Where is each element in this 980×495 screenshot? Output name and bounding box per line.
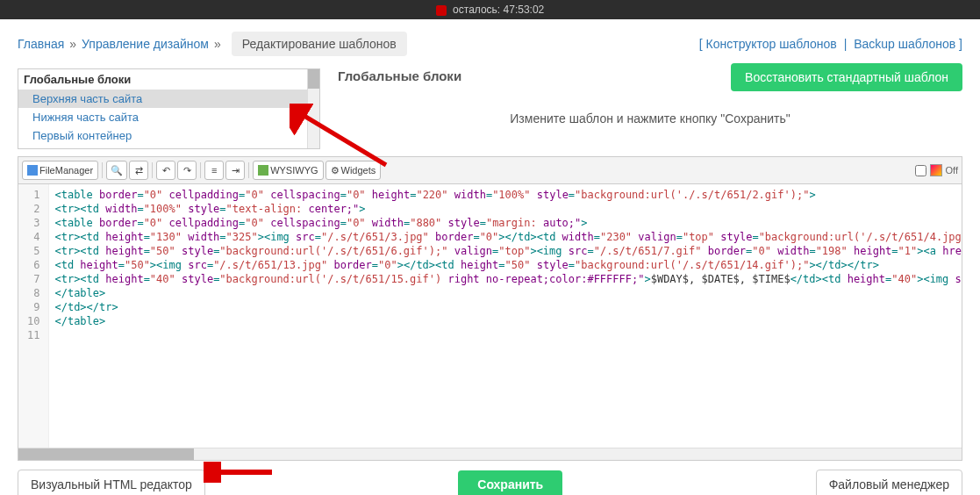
countdown-text: осталось: 47:53:02 bbox=[453, 4, 544, 16]
file-manager-button[interactable]: Файловый менеджер bbox=[816, 470, 962, 495]
breadcrumb-sep: » bbox=[69, 37, 76, 51]
wrap-checkbox[interactable] bbox=[915, 165, 926, 176]
swap-icon: ⇄ bbox=[135, 165, 143, 176]
horizontal-scrollbar[interactable] bbox=[18, 448, 962, 460]
undo-button[interactable]: ↶ bbox=[156, 161, 175, 180]
indent-icon: ⇥ bbox=[232, 165, 240, 176]
format-button[interactable]: ≡ bbox=[204, 161, 224, 180]
search-button[interactable]: 🔍 bbox=[106, 161, 127, 180]
align-icon: ≡ bbox=[211, 165, 217, 176]
countdown-icon bbox=[436, 5, 447, 16]
replace-button[interactable]: ⇄ bbox=[129, 161, 148, 180]
breadcrumb-current: Редактирование шаблонов bbox=[232, 32, 407, 56]
breadcrumb-design[interactable]: Управление дизайном bbox=[82, 37, 209, 51]
gear-icon: ⚙ bbox=[331, 165, 340, 176]
global-blocks-list[interactable]: Глобальные блоки Верхняя часть сайта Ниж… bbox=[18, 68, 320, 149]
file-icon bbox=[27, 165, 38, 176]
topbar: осталось: 47:53:02 bbox=[0, 0, 980, 19]
line-gutter: 1234567891011 bbox=[18, 184, 49, 448]
visual-editor-button[interactable]: Визуальный HTML редактор bbox=[18, 470, 205, 495]
undo-icon: ↶ bbox=[162, 165, 170, 176]
theme-icon[interactable] bbox=[930, 164, 942, 176]
indent-button[interactable]: ⇥ bbox=[225, 161, 245, 180]
link-template-constructor[interactable]: Конструктор шаблонов bbox=[706, 37, 837, 51]
save-button[interactable]: Сохранить bbox=[458, 470, 562, 495]
widgets-button[interactable]: ⚙ Widgets bbox=[325, 161, 382, 180]
right-links: [ Конструктор шаблонов | Backup шаблонов… bbox=[699, 37, 962, 51]
redo-icon: ↷ bbox=[183, 165, 191, 176]
code-content[interactable]: <table border="0" cellpadding="0" cellsp… bbox=[49, 184, 962, 448]
binoculars-icon: 🔍 bbox=[111, 165, 123, 176]
filemanager-button[interactable]: FileManager bbox=[22, 161, 98, 180]
list-item-container1[interactable]: Первый контейнер bbox=[18, 126, 319, 145]
breadcrumb-sep: » bbox=[214, 37, 221, 51]
breadcrumb-home[interactable]: Главная bbox=[18, 37, 64, 51]
wysiwyg-icon bbox=[258, 165, 268, 176]
wysiwyg-button[interactable]: WYSIWYG bbox=[253, 161, 323, 180]
list-item-footer[interactable]: Нижняя часть сайта bbox=[18, 108, 319, 126]
list-title: Глобальные блоки bbox=[18, 69, 319, 90]
list-item-header[interactable]: Верхняя часть сайта bbox=[18, 90, 319, 108]
breadcrumb: Главная » Управление дизайном » Редактир… bbox=[18, 32, 407, 56]
redo-button[interactable]: ↷ bbox=[177, 161, 197, 180]
list-scrollbar[interactable] bbox=[307, 69, 319, 148]
link-backup-templates[interactable]: Backup шаблонов bbox=[854, 37, 955, 51]
restore-default-button[interactable]: Восстановить стандартный шаблон bbox=[731, 63, 962, 91]
code-editor: FileManager 🔍 ⇄ ↶ ↷ ≡ ⇥ WYSIWYG ⚙ Widget… bbox=[18, 156, 962, 461]
off-label: Off bbox=[946, 165, 958, 176]
editor-toolbar: FileManager 🔍 ⇄ ↶ ↷ ≡ ⇥ WYSIWYG ⚙ Widget… bbox=[18, 157, 962, 184]
hint-text: Измените шаблон и нажмите кнопку "Сохран… bbox=[338, 111, 962, 126]
